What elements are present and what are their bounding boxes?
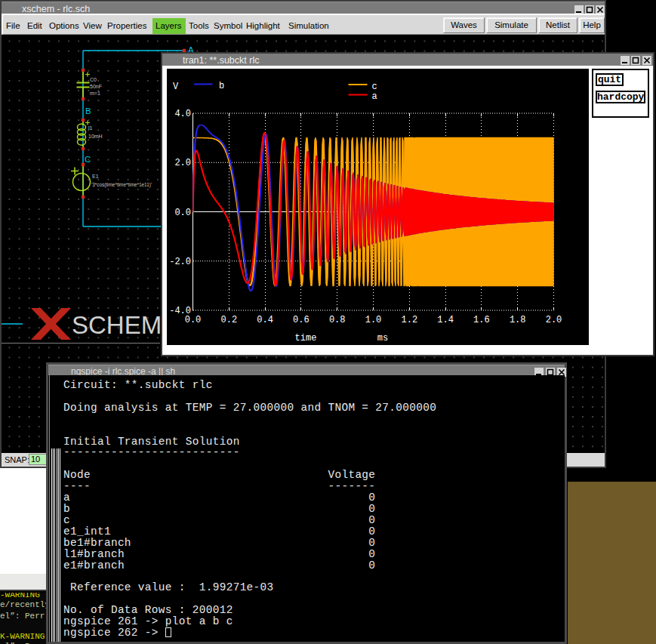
svg-text:0.6: 0.6 — [293, 315, 310, 325]
svg-text:1.8: 1.8 — [510, 315, 526, 325]
svg-text:l1: l1 — [88, 125, 93, 131]
svg-text:4.0: 4.0 — [174, 109, 191, 119]
svg-text:time: time — [295, 333, 317, 344]
svg-text:ms: ms — [377, 333, 388, 344]
svg-text:a: a — [372, 91, 377, 102]
svg-text:E1: E1 — [92, 174, 99, 179]
svg-text:SCHEM: SCHEM — [72, 311, 162, 339]
svg-text:50nF: 50nF — [90, 84, 102, 89]
svg-text:10mH: 10mH — [88, 134, 103, 139]
svg-text:-2.0: -2.0 — [169, 257, 191, 267]
svg-text:c: c — [372, 82, 377, 92]
svg-text:0.0: 0.0 — [185, 315, 202, 325]
svg-text:0.4: 0.4 — [257, 315, 273, 325]
svg-text:1.0: 1.0 — [365, 315, 382, 325]
svg-text:1.2: 1.2 — [401, 315, 417, 325]
svg-text:0.8: 0.8 — [329, 315, 346, 325]
svg-text:1.4: 1.4 — [437, 315, 454, 325]
svg-text:m=1: m=1 — [90, 91, 100, 96]
svg-text:2.0: 2.0 — [546, 315, 562, 325]
svg-text:'3*cos(time*time*time*1e11)': '3*cos(time*time*time*1e11)' — [91, 182, 152, 188]
svg-text:b: b — [219, 81, 224, 91]
svg-text:B: B — [85, 106, 91, 116]
svg-text:V: V — [173, 82, 179, 92]
svg-text:0.0: 0.0 — [174, 208, 191, 218]
svg-text:C0: C0 — [90, 77, 97, 82]
svg-text:2.0: 2.0 — [174, 158, 191, 168]
svg-text:0.2: 0.2 — [220, 315, 237, 325]
svg-text:C: C — [85, 155, 91, 164]
svg-text:1.6: 1.6 — [473, 315, 490, 325]
